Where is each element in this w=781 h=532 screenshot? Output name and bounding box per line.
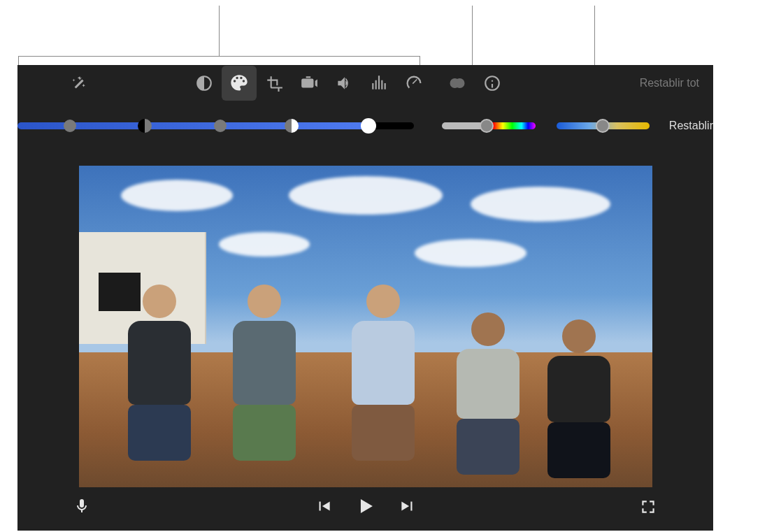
levels-handle-midtones[interactable] bbox=[214, 120, 227, 132]
reset-all-label: Restablir tot bbox=[640, 77, 699, 89]
temperature-slider[interactable] bbox=[557, 122, 650, 129]
magic-wand-icon bbox=[69, 74, 87, 92]
color-correction-button[interactable] bbox=[222, 66, 257, 101]
video-preview bbox=[79, 166, 652, 487]
saturation-slider[interactable] bbox=[442, 122, 535, 129]
callout-vert-left bbox=[18, 56, 19, 65]
contrast-button[interactable] bbox=[187, 66, 222, 101]
voiceover-record-button[interactable] bbox=[73, 496, 90, 519]
play-icon bbox=[354, 494, 378, 518]
preview-cloud bbox=[415, 239, 526, 267]
preview-cloud bbox=[219, 232, 310, 257]
preview-cloud bbox=[289, 176, 443, 215]
crop-button[interactable] bbox=[257, 66, 292, 101]
preview-person bbox=[121, 285, 198, 466]
callout-horizontal bbox=[18, 56, 420, 57]
speed-button[interactable] bbox=[396, 66, 431, 101]
preview-cloud bbox=[471, 187, 610, 222]
levels-handle-highlights[interactable] bbox=[285, 119, 299, 133]
reset-all-button[interactable]: Restablir tot bbox=[640, 65, 699, 101]
preview-person bbox=[345, 285, 422, 466]
callout-vert-right bbox=[420, 56, 420, 65]
preview-person bbox=[226, 285, 303, 466]
levels-handle-whites[interactable] bbox=[361, 118, 376, 134]
play-button[interactable] bbox=[354, 494, 378, 521]
preview-person bbox=[450, 312, 526, 466]
camera-icon bbox=[300, 74, 318, 92]
fullscreen-icon bbox=[639, 498, 657, 516]
callout-vert-center bbox=[219, 6, 220, 56]
overlap-circles-icon bbox=[447, 73, 467, 93]
temperature-thumb[interactable] bbox=[596, 119, 610, 133]
levels-multi-slider[interactable] bbox=[17, 122, 414, 129]
video-adjust-panel: Restablir tot Restablir bbox=[17, 65, 713, 531]
fullscreen-button[interactable] bbox=[639, 498, 657, 519]
previous-frame-button[interactable] bbox=[315, 497, 333, 518]
stabilization-button[interactable] bbox=[292, 66, 327, 101]
playback-controls bbox=[315, 494, 417, 521]
levels-handle-blacks[interactable] bbox=[64, 120, 76, 132]
crop-icon bbox=[265, 74, 283, 92]
levels-handle-shadows[interactable] bbox=[138, 119, 152, 133]
info-icon bbox=[483, 74, 501, 92]
equalizer-icon bbox=[369, 74, 389, 92]
clip-filter-button[interactable] bbox=[440, 66, 475, 101]
reset-color-button[interactable]: Restablir bbox=[669, 120, 713, 132]
contrast-icon bbox=[195, 74, 213, 92]
palette-icon bbox=[229, 73, 249, 93]
noise-reduction-button[interactable] bbox=[361, 66, 396, 101]
speedometer-icon bbox=[404, 73, 424, 93]
preview-cloud bbox=[121, 180, 233, 211]
saturation-thumb[interactable] bbox=[480, 119, 494, 133]
magic-wand-button[interactable] bbox=[61, 66, 96, 101]
microphone-icon bbox=[73, 496, 90, 517]
reset-color-label: Restablir bbox=[669, 120, 713, 131]
next-frame-button[interactable] bbox=[399, 497, 417, 518]
next-frame-icon bbox=[399, 497, 417, 515]
adjustments-toolbar: Restablir tot bbox=[17, 65, 713, 101]
preview-person bbox=[540, 319, 617, 466]
speaker-icon bbox=[335, 74, 353, 92]
volume-button[interactable] bbox=[327, 66, 361, 101]
info-button[interactable] bbox=[475, 66, 510, 101]
transport-bar bbox=[17, 487, 713, 529]
color-adjust-row: Restablir bbox=[17, 101, 713, 150]
previous-frame-icon bbox=[315, 497, 333, 515]
